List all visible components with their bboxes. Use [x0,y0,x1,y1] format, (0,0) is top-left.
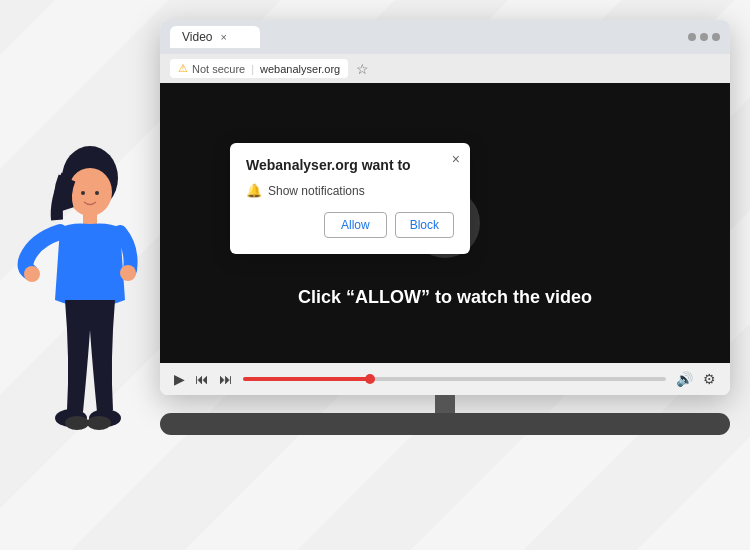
svg-point-9 [81,191,85,195]
video-progress-bar[interactable] [243,377,666,381]
play-pause-icon[interactable]: ▶ [174,371,185,387]
allow-button[interactable]: Allow [324,212,387,238]
svg-point-6 [65,416,89,430]
tab-title: Video [182,30,212,44]
stand-neck [435,395,455,413]
monitor-wrapper: Video × ⚠ Not secure | webanalyser.org ☆ [160,20,730,490]
dot-1 [688,33,696,41]
volume-icon[interactable]: 🔊 [676,371,693,387]
browser-chrome: Video × [160,20,730,54]
not-secure-label: Not secure [192,63,245,75]
bookmark-star-icon[interactable]: ☆ [356,61,369,77]
dot-2 [700,33,708,41]
progress-thumb [365,374,375,384]
address-bar: ⚠ Not secure | webanalyser.org ☆ [160,54,730,83]
settings-icon[interactable]: ⚙ [703,371,716,387]
notification-permission-popup: × Webanalyser.org want to 🔔 Show notific… [230,143,470,254]
bell-icon: 🔔 [246,183,262,198]
warning-icon: ⚠ [178,62,188,75]
monitor-stand [160,395,730,435]
tab-bar: Video × [170,26,680,48]
stand-base [160,413,730,435]
not-secure-indicator: ⚠ Not secure | webanalyser.org [170,59,348,78]
skip-forward-icon[interactable]: ⏭ [219,371,233,387]
svg-point-3 [24,266,40,282]
progress-fill [243,377,370,381]
woman-illustration [15,140,165,500]
popup-close-button[interactable]: × [452,151,460,167]
video-player: Click “ALLOW” to watch the video × Weban… [160,83,730,363]
svg-point-4 [120,265,136,281]
dot-3 [712,33,720,41]
video-overlay-text: Click “ALLOW” to watch the video [298,287,592,308]
url-display[interactable]: webanalyser.org [260,63,340,75]
tab-close-button[interactable]: × [220,31,226,43]
svg-point-1 [68,168,112,216]
popup-notification-row: 🔔 Show notifications [246,183,454,198]
browser-tab[interactable]: Video × [170,26,260,48]
skip-back-icon[interactable]: ⏮ [195,371,209,387]
svg-point-10 [95,191,99,195]
svg-point-8 [87,416,111,430]
browser-menu-dots [688,33,720,41]
block-button[interactable]: Block [395,212,454,238]
video-controls-bar: ▶ ⏮ ⏭ 🔊 ⚙ [160,363,730,395]
browser-window: Video × ⚠ Not secure | webanalyser.org ☆ [160,20,730,395]
popup-action-buttons: Allow Block [246,212,454,238]
popup-notification-text: Show notifications [268,184,365,198]
popup-title: Webanalyser.org want to [246,157,454,173]
